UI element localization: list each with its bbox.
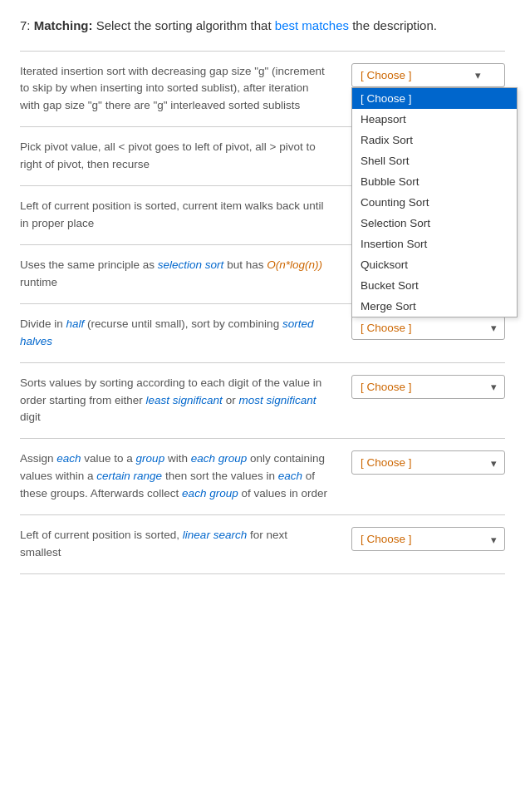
description-5: Divide in half (recurse until small), so… <box>20 316 338 351</box>
hl-each2: each <box>278 470 302 482</box>
select-wrapper-8: [ Choose ] Heapsort Radix Sort Shell Sor… <box>351 527 505 551</box>
dd-option-heapsort[interactable]: Heapsort <box>352 109 517 130</box>
dropdown-arrow-1: ▾ <box>475 69 481 81</box>
select-wrapper-7: [ Choose ] Heapsort Radix Sort Shell Sor… <box>351 450 505 475</box>
dropdown-list-1: [ Choose ] Heapsort Radix Sort Shell Sor… <box>351 87 518 317</box>
select-wrapper-5: [ Choose ] Heapsort Radix Sort Shell Sor… <box>351 316 505 340</box>
description-7: Assign each value to a group with each g… <box>20 450 338 503</box>
dd-option-radix-sort[interactable]: Radix Sort <box>352 130 517 150</box>
dd-option-counting-sort[interactable]: Counting Sort <box>352 192 517 213</box>
hl-each-group: each group <box>191 452 248 465</box>
select-value-1: [ Choose ] <box>361 69 412 81</box>
description-4: Uses the same principle as selection sor… <box>20 257 338 292</box>
description-2: Pick pivot value, all < pivot goes to le… <box>20 139 338 174</box>
dd-option-shell-sort[interactable]: Shell Sort <box>352 150 517 171</box>
hl-each1: each <box>56 452 81 465</box>
match-row-8: Left of current position is sorted, line… <box>20 515 505 574</box>
hl-certain-range: certain range <box>96 470 162 482</box>
match-row-6: Sorts values by sorting according to eac… <box>20 363 505 440</box>
dd-option-selection-sort[interactable]: Selection Sort <box>352 213 517 234</box>
question-text2: the description. <box>349 18 437 32</box>
description-8: Left of current position is sorted, line… <box>20 527 338 562</box>
hl-half: half <box>66 317 85 330</box>
select-6[interactable]: [ Choose ] Heapsort Radix Sort Shell Sor… <box>351 375 505 399</box>
select-7[interactable]: [ Choose ] Heapsort Radix Sort Shell Sor… <box>351 450 505 475</box>
hl-linear-search: linear search <box>183 529 247 541</box>
dd-option-bubble-sort[interactable]: Bubble Sort <box>352 171 517 192</box>
description-1: Iterated insertion sort with decreasing … <box>20 63 338 116</box>
select-5[interactable]: [ Choose ] Heapsort Radix Sort Shell Sor… <box>351 316 505 340</box>
dd-option-choose[interactable]: [ Choose ] <box>352 88 517 109</box>
description-6: Sorts values by sorting according to eac… <box>20 375 338 427</box>
hl-sorted-halves: sorted halves <box>20 317 313 347</box>
dropdown-container-1: [ Choose ] ▾ [ Choose ] Heapsort Radix S… <box>351 63 505 87</box>
dd-option-bucket-sort[interactable]: Bucket Sort <box>352 275 517 296</box>
select-8[interactable]: [ Choose ] Heapsort Radix Sort Shell Sor… <box>351 527 505 551</box>
match-row-1: Iterated insertion sort with decreasing … <box>20 52 505 128</box>
dd-option-merge-sort[interactable]: Merge Sort <box>352 296 517 317</box>
question-header: 7: Matching: Select the sorting algorith… <box>20 17 505 36</box>
dd-option-quicksort[interactable]: Quicksort <box>352 254 517 275</box>
hl-most: most significant <box>238 394 316 406</box>
select-wrapper-6: [ Choose ] Heapsort Radix Sort Shell Sor… <box>351 375 505 399</box>
question-label: Matching: <box>34 18 93 32</box>
hl-runtime: O(n*log(n)) <box>267 258 322 271</box>
match-row-7: Assign each value to a group with each g… <box>20 439 505 515</box>
hl-group1: group <box>136 452 165 465</box>
description-3: Left of current position is sorted, curr… <box>20 198 338 233</box>
question-highlight: best matches <box>275 18 349 32</box>
hl-least: least significant <box>146 394 223 406</box>
matching-rows: Iterated insertion sort with decreasing … <box>20 51 505 575</box>
question-text: Select the sorting algorithm that <box>93 18 275 32</box>
select-trigger-1[interactable]: [ Choose ] ▾ <box>351 63 505 87</box>
dd-option-insertion-sort[interactable]: Insertion Sort <box>352 234 517 254</box>
hl-selection-sort: selection sort <box>158 258 224 271</box>
hl-each-group2: each group <box>182 487 238 500</box>
question-number: 7: <box>20 18 34 32</box>
